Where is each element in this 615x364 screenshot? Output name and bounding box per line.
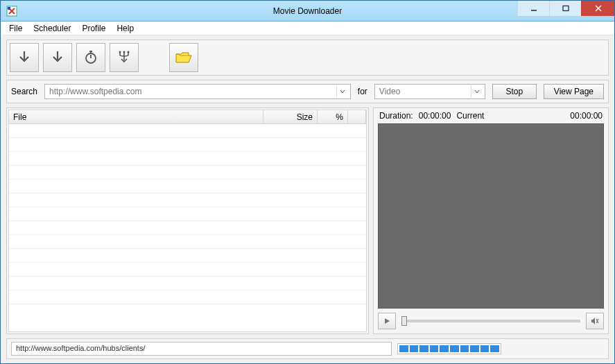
preview-info: Duration: 00:00:00 Current 00:00:00 xyxy=(378,111,604,121)
player-controls xyxy=(378,311,604,331)
svg-rect-1 xyxy=(8,7,10,10)
table-row[interactable] xyxy=(9,221,366,235)
app-icon xyxy=(6,6,17,17)
play-icon xyxy=(383,318,390,324)
seek-slider[interactable] xyxy=(401,320,580,322)
table-header: File Size % xyxy=(9,110,366,124)
table-row[interactable] xyxy=(9,291,366,304)
search-url-combo[interactable]: http://www.softpedia.com xyxy=(44,84,351,99)
table-row[interactable] xyxy=(9,263,366,277)
menu-bar: File Scheduler Profile Help xyxy=(1,21,614,35)
search-url-value: http://www.softpedia.com xyxy=(49,87,141,96)
col-extra[interactable] xyxy=(348,110,366,123)
stopwatch-icon xyxy=(83,49,99,66)
download-button-2[interactable] xyxy=(43,43,72,72)
chevron-down-icon xyxy=(336,85,349,98)
menu-help[interactable]: Help xyxy=(111,22,139,35)
menu-scheduler[interactable]: Scheduler xyxy=(28,22,76,35)
table-row[interactable] xyxy=(9,180,366,193)
open-folder-button[interactable] xyxy=(169,43,198,72)
col-percent[interactable]: % xyxy=(318,110,348,123)
downloads-panel: File Size % xyxy=(6,107,369,334)
video-preview xyxy=(378,123,604,309)
folder-open-icon xyxy=(175,50,193,65)
scheduler-button[interactable] xyxy=(76,43,105,72)
table-row[interactable] xyxy=(9,166,366,180)
mute-button[interactable] xyxy=(586,313,604,329)
table-row[interactable] xyxy=(9,207,366,221)
download-tree-icon xyxy=(116,49,132,66)
preview-panel: Duration: 00:00:00 Current 00:00:00 xyxy=(373,107,609,334)
menu-file[interactable]: File xyxy=(3,22,28,35)
table-row[interactable] xyxy=(9,124,366,138)
toolbar xyxy=(6,40,609,76)
play-button[interactable] xyxy=(378,313,396,329)
view-page-button[interactable]: View Page xyxy=(544,84,604,99)
download-arrow-1-icon xyxy=(16,49,33,66)
download-button-1[interactable] xyxy=(10,43,39,72)
chevron-down-icon xyxy=(471,85,483,98)
stop-button[interactable]: Stop xyxy=(492,84,537,99)
download-tree-button[interactable] xyxy=(110,43,139,72)
search-type-value: Video xyxy=(379,87,400,96)
col-size[interactable]: Size xyxy=(263,110,318,123)
minimize-button[interactable] xyxy=(517,1,549,16)
current-label: Current xyxy=(456,111,484,121)
col-file[interactable]: File xyxy=(9,110,263,123)
for-label: for xyxy=(358,87,367,96)
table-row[interactable] xyxy=(9,193,366,207)
progress-bar xyxy=(397,343,501,354)
maximize-button[interactable] xyxy=(549,1,581,16)
table-row[interactable] xyxy=(9,138,366,152)
duration-label: Duration: xyxy=(379,111,413,121)
svg-rect-3 xyxy=(563,6,569,11)
search-type-combo[interactable]: Video xyxy=(374,84,485,99)
close-button[interactable] xyxy=(581,1,614,16)
status-url: http://www.softpedia.com/hubs/clients/ xyxy=(11,342,392,356)
download-arrow-2-icon xyxy=(49,49,66,66)
table-row[interactable] xyxy=(9,249,366,263)
table-body[interactable] xyxy=(9,124,366,331)
status-bar: http://www.softpedia.com/hubs/clients/ xyxy=(6,338,609,359)
downloads-table[interactable]: File Size % xyxy=(8,110,367,332)
speaker-mute-icon xyxy=(591,317,599,325)
table-row[interactable] xyxy=(9,152,366,166)
title-bar: Movie Downloader xyxy=(1,1,614,21)
menu-profile[interactable]: Profile xyxy=(76,22,111,35)
seek-thumb[interactable] xyxy=(401,316,407,326)
window-controls xyxy=(517,1,614,21)
table-row[interactable] xyxy=(9,277,366,291)
search-label: Search xyxy=(11,87,37,96)
duration-value: 00:00:00 xyxy=(419,111,451,121)
search-bar: Search http://www.softpedia.com for Vide… xyxy=(6,80,609,103)
table-row[interactable] xyxy=(9,235,366,249)
current-value: 00:00:00 xyxy=(570,111,603,121)
